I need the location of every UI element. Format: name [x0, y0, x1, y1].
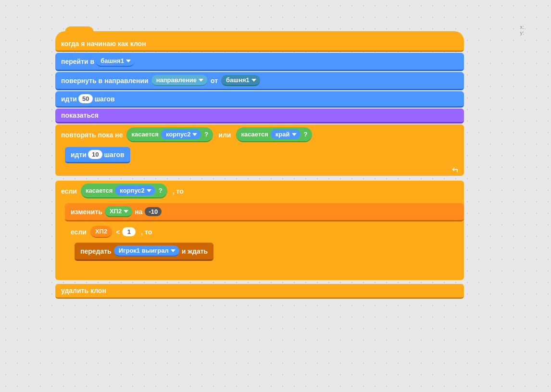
change-label: изменить	[71, 208, 102, 216]
change-by-label: на	[135, 208, 142, 216]
repeat-body: идти 10 шагов	[55, 145, 464, 165]
dropdown-arrow-icon	[126, 60, 131, 62]
coordinates: х: у:	[520, 24, 524, 36]
if2-block: если ХП2 < 1 , то	[65, 223, 464, 270]
show-label: показаться	[61, 111, 99, 119]
if2-body: передать Игрок1 выиграл и ждать	[65, 241, 464, 263]
dropdown-arrow-icon	[251, 79, 256, 82]
or-label: или	[218, 131, 231, 139]
move2-unit: шагов	[104, 151, 124, 159]
coord-y: у:	[520, 30, 524, 36]
touching2-dropdown[interactable]: край	[271, 129, 301, 139]
move1-unit: шагов	[94, 95, 114, 103]
face-target-dropdown[interactable]: башня1	[221, 75, 260, 86]
touching1-bool[interactable]: касается корпус2 ?	[126, 127, 213, 142]
delete-label: удалить клон	[61, 287, 106, 294]
move2-label: идти	[71, 151, 87, 159]
if2-val-badge[interactable]: 1	[122, 227, 136, 236]
if2-label: если	[71, 228, 87, 236]
change-block[interactable]: изменить ХП2 на -10	[65, 203, 464, 221]
goto-label: перейти в	[61, 58, 94, 65]
face-label: повернуть в направлении	[61, 77, 149, 85]
if1-touching-dropdown[interactable]: корпус2	[115, 185, 155, 196]
delete-clone-block[interactable]: удалить клон	[55, 284, 464, 299]
if2-then-label: , то	[141, 228, 152, 236]
if1-then-label: , то	[173, 187, 184, 195]
goto-block[interactable]: перейти в башня1	[55, 53, 464, 71]
move1-label: идти	[61, 95, 77, 103]
show-block[interactable]: показаться	[55, 109, 464, 123]
move2-block[interactable]: идти 10 шагов	[65, 147, 130, 163]
if1-header[interactable]: если касается корпус2 ? , то	[55, 181, 464, 201]
face-block[interactable]: повернуть в направлении направление от б…	[55, 72, 464, 90]
dropdown-arrow-icon	[192, 133, 197, 136]
broadcast-block[interactable]: передать Игрок1 выиграл и ждать	[75, 243, 213, 261]
change-var-dropdown[interactable]: ХП2	[105, 206, 132, 217]
repeat-header[interactable]: повторять пока не касается корпус2 ? или…	[55, 124, 464, 145]
repeat-block: повторять пока не касается корпус2 ? или…	[55, 124, 464, 176]
if1-body: изменить ХП2 на -10 если	[55, 201, 464, 272]
broadcast-msg-dropdown[interactable]: Игрок1 выиграл	[114, 245, 179, 257]
goto-target-dropdown[interactable]: башня1	[96, 56, 135, 67]
touching1-dropdown[interactable]: корпус2	[161, 129, 201, 139]
face-direction-dropdown[interactable]: направление	[151, 75, 207, 86]
if1-label: если	[61, 187, 77, 195]
hat-label: когда я начинаю как клон	[61, 40, 146, 48]
move2-steps-badge[interactable]: 10	[88, 150, 102, 159]
dropdown-arrow-icon	[292, 133, 297, 136]
repeat-footer: ↵	[55, 165, 464, 176]
repeat-label: повторять пока не	[61, 131, 123, 139]
dropdown-arrow-icon	[124, 210, 128, 213]
move1-steps-badge[interactable]: 50	[78, 94, 93, 103]
face-from-label: от	[211, 77, 218, 85]
if2-header[interactable]: если ХП2 < 1 , то	[65, 223, 464, 241]
if2-footer	[65, 263, 464, 270]
if2-var-oval[interactable]: ХП2	[90, 226, 112, 238]
touching2-bool[interactable]: касается край ?	[236, 127, 312, 142]
dropdown-arrow-icon	[147, 189, 151, 192]
if1-block: если касается корпус2 ? , то изменить	[55, 181, 464, 280]
coord-x: х:	[520, 24, 524, 30]
dropdown-arrow-icon	[199, 79, 203, 82]
hat-block[interactable]: когда я начинаю как клон	[55, 31, 464, 52]
move1-block[interactable]: идти 50 шагов	[55, 91, 464, 108]
dropdown-arrow-icon	[171, 249, 175, 252]
change-val-badge[interactable]: -10	[145, 207, 162, 216]
broadcast-label: передать	[80, 247, 112, 255]
if1-touching-bool[interactable]: касается корпус2 ?	[81, 184, 167, 198]
broadcast-wait-label: и ждать	[182, 247, 208, 255]
if1-footer	[55, 272, 464, 280]
if2-op: <	[116, 228, 120, 236]
